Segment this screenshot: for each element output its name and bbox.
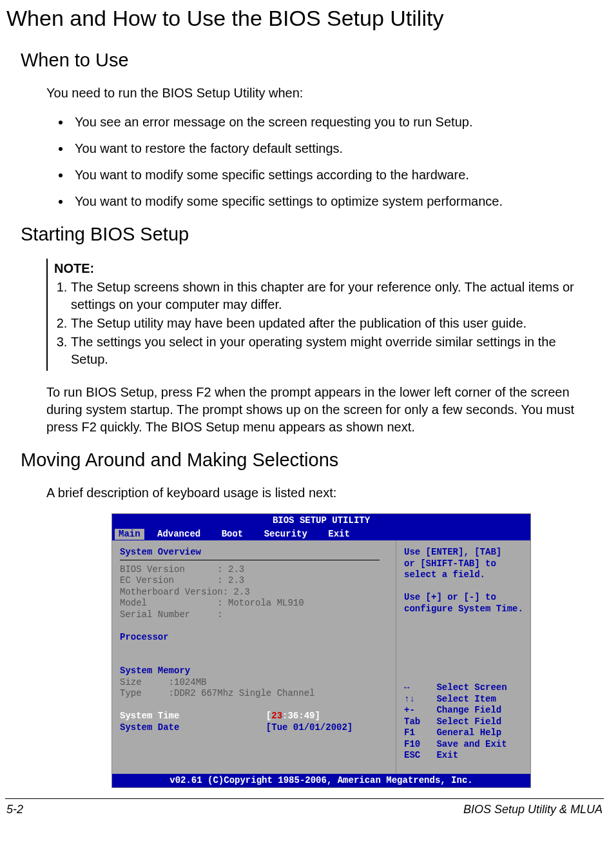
bullet-item: You want to modify some specific setting… (71, 166, 596, 184)
note-item: The Setup utility may have been updated … (71, 315, 596, 332)
page-title: When and How to Use the BIOS Setup Utili… (6, 4, 603, 34)
bios-tab-exit: Exit (320, 529, 358, 540)
bios-row-value: 2.3 (233, 587, 249, 597)
bios-help-text: Change Field (436, 705, 501, 715)
bios-right-pane: Use [ENTER], [TAB] or [SHIFT-TAB] to sel… (396, 540, 531, 774)
bios-tab-security: Security (256, 529, 315, 540)
section-heading-moving: Moving Around and Making Selections (21, 448, 603, 473)
bios-title: BIOS SETUP UTILITY (112, 514, 530, 528)
bios-row-value: 2.3 (228, 575, 244, 586)
bios-row-value: DDR2 667Mhz Single Channel (174, 688, 314, 698)
bios-date-label: System Date (120, 722, 179, 733)
footer-title: BIOS Setup Utility & MLUA (463, 802, 603, 817)
bios-time-hh: 23 (271, 711, 282, 721)
bios-help-text: Exit (436, 750, 458, 760)
bios-screenshot: BIOS SETUP UTILITY Main Advanced Boot Se… (111, 513, 531, 788)
bios-row-label: BIOS Version (120, 564, 185, 575)
bios-time-label: System Time (120, 711, 179, 721)
bios-tab-main: Main (115, 529, 144, 540)
bios-row-label: Model (120, 598, 147, 608)
section-heading-when: When to Use (21, 48, 603, 73)
bios-help-text: Save and Exit (436, 739, 507, 749)
bios-row-value: Motorola ML910 (228, 598, 304, 608)
bios-help-line: configure System Time. (404, 604, 523, 615)
bullet-item: You want to restore the factory default … (71, 140, 596, 157)
bios-row-label: Serial Number (120, 609, 190, 620)
bios-row-value: 2.3 (228, 564, 244, 575)
bios-tab-boot: Boot (214, 529, 251, 540)
bios-help-key: ↑↓ (404, 694, 415, 704)
starting-paragraph: To run BIOS Setup, press F2 when the pro… (46, 384, 596, 436)
bios-help-key: +- (404, 705, 415, 715)
bios-help-key: F1 (404, 727, 415, 738)
moving-intro: A brief description of keyboard usage is… (46, 484, 596, 502)
bios-footer: v02.61 (C)Copyright 1985-2006, American … (112, 774, 530, 788)
bullet-item: You want to modify some specific setting… (71, 193, 596, 210)
bios-row-value: 1024MB (174, 677, 206, 687)
note-item: The settings you select in your operatin… (71, 333, 596, 368)
bios-help-key: F10 (404, 739, 420, 749)
bios-help-line: Use [ENTER], [TAB] (404, 547, 523, 558)
bios-tab-advanced: Advanced (150, 529, 208, 540)
bios-help-line: select a field. (404, 569, 523, 581)
bios-help-line: Use [+] or [-] to (404, 592, 523, 604)
bios-help-key: ↔ (404, 682, 409, 693)
bios-help-key: Tab (404, 716, 420, 727)
bios-row-label: Type (120, 688, 142, 698)
page-number: 5-2 (6, 802, 23, 817)
bios-processor-heading: Processor (120, 632, 391, 644)
bios-help-text: Select Item (436, 694, 496, 704)
note-label: NOTE: (54, 260, 596, 277)
bios-row-label: Motherboard Version: (120, 587, 228, 597)
bios-date-value: [Tue 01/01/2002] (266, 722, 353, 733)
bios-memory-heading: System Memory (120, 666, 391, 677)
bios-help-text: General Help (436, 727, 501, 738)
bios-help-key: ESC (404, 750, 420, 760)
bios-row-label: EC Version (120, 575, 174, 586)
bios-help-text: Select Field (436, 716, 501, 727)
bios-help-text: Select Screen (436, 682, 507, 693)
bios-left-pane: System Overview BIOS Version : 2.3 EC Ve… (112, 540, 396, 774)
bios-bracket: [ (266, 711, 271, 721)
note-item: The Setup screens shown in this chapter … (71, 279, 596, 313)
bullet-item: You see an error message on the screen r… (71, 113, 596, 131)
bios-row-label: Size (120, 677, 142, 687)
bios-help-line: or [SHIFT-TAB] to (404, 558, 523, 570)
bios-menubar: Main Advanced Boot Security Exit (112, 528, 530, 541)
bios-time-rest: :36:49] (282, 711, 320, 721)
note-block: NOTE: The Setup screens shown in this ch… (46, 259, 596, 371)
bios-overview-heading: System Overview (120, 547, 391, 558)
section-heading-starting: Starting BIOS Setup (21, 222, 603, 247)
when-intro: You need to run the BIOS Setup Utility w… (46, 84, 596, 102)
